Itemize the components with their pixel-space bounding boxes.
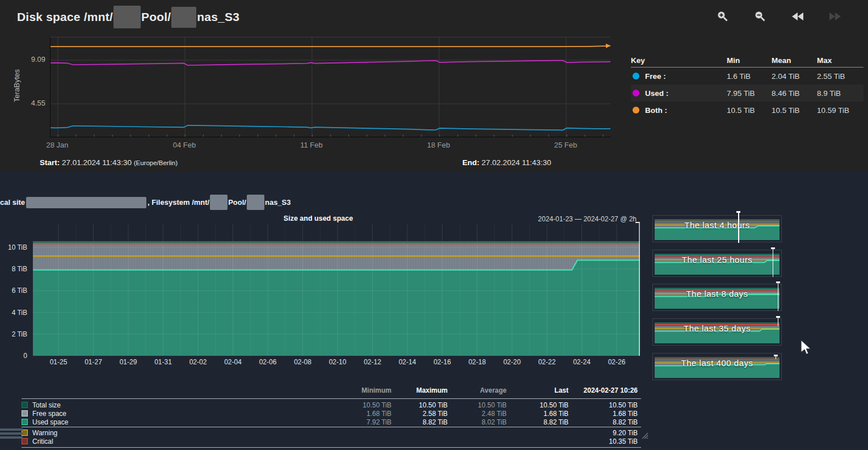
redaction-box (113, 6, 141, 28)
cell: 1.68 TiB (574, 410, 638, 417)
screen: Disk space /mnt/Pool/nas_S3 (0, 0, 868, 450)
table-divider (22, 427, 641, 427)
cell: 10.50 TiB (443, 401, 507, 409)
redaction-box (210, 195, 227, 210)
title-text: nas_S3 (197, 10, 239, 24)
x-tick-label: 01-25 (44, 358, 73, 366)
resize-handle-icon[interactable] (640, 431, 648, 441)
x-tick-label: 01-29 (114, 358, 142, 366)
position-marker (738, 211, 739, 243)
cell: 8.82 TiB (505, 418, 568, 426)
cell: 10.50 TiB (505, 401, 568, 409)
x-tick-label: 02-20 (498, 358, 526, 366)
row-label: Critical (32, 438, 53, 445)
total-size-swatch (22, 402, 28, 408)
free-space-swatch (22, 410, 28, 417)
y-tick-label: 10 TiB (2, 243, 27, 251)
position-marker (778, 316, 779, 326)
table-divider (22, 447, 641, 448)
cell: 9.20 TiB (574, 429, 638, 436)
x-tick-label: 02-12 (359, 358, 387, 366)
redaction-box (247, 195, 264, 210)
y-tick-label: 6 TiB (2, 287, 27, 295)
service-graph-panel: cal site, Filesystem /mnt/Pool/nas_S3 Si… (0, 172, 868, 450)
zoom-in-icon (716, 10, 730, 23)
cell: 8.82 TiB (384, 418, 448, 426)
trend-graph-panel: Disk space /mnt/Pool/nas_S3 (0, 0, 868, 172)
time-range-button-8-days[interactable]: The last 8 days (652, 284, 782, 311)
x-tick-label: 02-08 (289, 358, 317, 366)
cell: 10.50 TiB (328, 401, 391, 409)
y-tick-label: 4.55 (17, 99, 45, 107)
x-tick-label: 18 Feb (422, 141, 456, 149)
cell: 10.50 TiB (574, 401, 638, 409)
cell: 7.92 TiB (328, 418, 391, 426)
cell: 1.68 TiB (505, 410, 568, 417)
x-tick-label: 02-16 (428, 358, 457, 366)
trend-chart (50, 37, 610, 137)
legend-table: Key Min Mean Max Free : 1.6 TiB 2.04 TiB… (631, 53, 863, 119)
pan-back-button[interactable] (791, 10, 804, 23)
title-text: Pool/ (141, 10, 171, 24)
legend-row-both: Both : 10.5 TiB 10.5 TiB 10.59 TiB (631, 102, 863, 119)
cell: 10.35 TiB (574, 438, 638, 445)
x-tick-label: 02-22 (533, 358, 561, 366)
cell: 2.48 TiB (443, 410, 507, 417)
cell: 2.58 TiB (384, 410, 448, 417)
row-label: Free space (32, 410, 66, 418)
column-header: Average (443, 386, 507, 394)
table-divider (22, 398, 641, 399)
column-header: Maximum (384, 386, 448, 394)
time-range-button-35-days[interactable]: The last 35 days (652, 318, 782, 346)
row-label: Used space (32, 418, 68, 426)
x-tick-label: 02-04 (219, 358, 247, 366)
x-tick-label: 02-26 (602, 358, 631, 366)
chart-title: Size and used space (238, 215, 398, 222)
y-tick-label: 8 TiB (2, 265, 27, 273)
x-tick-label: 28 Jan (40, 141, 74, 149)
x-tick-label: 02-24 (568, 358, 596, 366)
time-range-button-4-hours[interactable]: The last 4 hours (652, 215, 782, 242)
position-marker (773, 247, 774, 277)
redaction-box (26, 197, 146, 208)
y-axis-label: TeraBytes (12, 69, 21, 102)
redaction-box (171, 7, 196, 28)
end-time: End: 27.02.2024 11:43:30 (462, 158, 551, 167)
x-tick-label: 01-27 (79, 358, 108, 366)
row-label: Total size (32, 401, 61, 409)
page-title: Disk space /mnt/Pool/nas_S3 (17, 6, 239, 28)
usage-chart[interactable] (33, 224, 640, 356)
time-range-button-25-hours[interactable]: The last 25 hours (652, 250, 782, 277)
y-tick-label: 4 TiB (2, 309, 27, 317)
y-tick-label: 0 (2, 352, 27, 360)
mouse-cursor (800, 339, 814, 359)
x-tick-label: 02-10 (323, 358, 352, 366)
chart-period: 2024-01-23 — 2024-02-27 @ 2h (499, 215, 637, 223)
y-tick-label: 2 TiB (2, 330, 27, 338)
zoom-out-icon (753, 10, 767, 23)
pan-forward-button[interactable] (828, 10, 842, 23)
breadcrumb: cal site, Filesystem /mnt/Pool/nas_S3 (0, 195, 291, 210)
x-tick-label: 25 Feb (549, 141, 583, 149)
row-label: Warning (32, 429, 57, 437)
legend-row-free: Free : 1.6 TiB 2.04 TiB 2.55 TiB (631, 68, 863, 85)
fast-forward-icon (828, 10, 842, 23)
graph-toolbar (716, 10, 842, 23)
zoom-in-button[interactable] (716, 10, 730, 23)
zoom-out-button[interactable] (753, 10, 767, 23)
sidebar-toggle-icon[interactable] (0, 428, 23, 440)
x-tick-label: 02-06 (254, 358, 282, 366)
x-tick-label: 02-18 (463, 358, 491, 366)
legend-header-row: Key Min Mean Max (631, 53, 863, 68)
column-header: Last (505, 386, 568, 394)
x-tick-label: 11 Feb (294, 141, 328, 149)
cell: 8.02 TiB (443, 418, 507, 426)
position-marker (778, 281, 779, 311)
x-tick-label: 02-02 (184, 358, 212, 366)
used-space-swatch (22, 419, 28, 425)
time-range-button-400-days[interactable]: The last 400 days (652, 353, 782, 380)
rewind-icon (791, 10, 804, 23)
start-time: Start: 27.01.2024 11:43:30 (Europe/Berli… (40, 158, 178, 167)
column-header: Minimum (328, 386, 391, 394)
x-tick-label: 01-31 (149, 358, 178, 366)
